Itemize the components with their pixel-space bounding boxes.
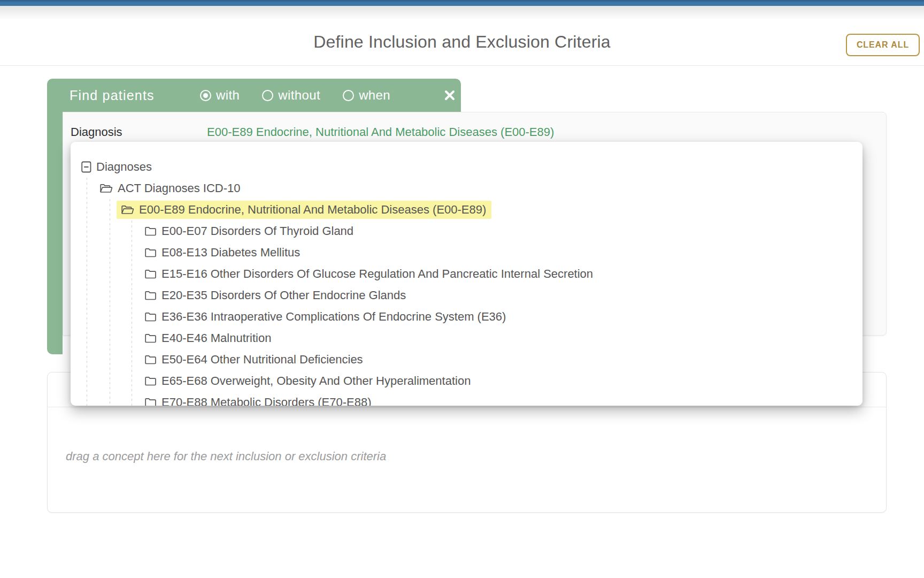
folder-closed-icon xyxy=(144,333,157,344)
radio-label: without xyxy=(278,88,320,103)
tree-item-label[interactable]: E00-E89 Endocrine, Nutritional And Metab… xyxy=(139,203,486,217)
page-title: Define Inclusion and Exclusion Criteria xyxy=(0,32,924,52)
folder-open-icon xyxy=(121,204,134,215)
tree-item-label[interactable]: E20-E35 Disorders Of Other Endocrine Gla… xyxy=(161,288,406,302)
top-shadow xyxy=(0,6,924,20)
find-patients-label: Find patients xyxy=(70,79,155,112)
collapse-minus-icon[interactable] xyxy=(81,161,91,173)
tree-item[interactable]: E40-E46 Malnutrition xyxy=(71,328,863,349)
criterion-type-label: Diagnosis xyxy=(71,125,122,139)
tree-item[interactable]: E20-E35 Disorders Of Other Endocrine Gla… xyxy=(71,285,863,306)
clear-all-button[interactable]: CLEAR ALL xyxy=(846,34,920,56)
tree-item-label[interactable]: Diagnoses xyxy=(96,160,152,174)
tree-item[interactable]: ACT Diagnoses ICD-10 xyxy=(71,178,863,199)
tree-item[interactable]: Diagnoses xyxy=(71,156,863,178)
tree-item[interactable]: E08-E13 Diabetes Mellitus xyxy=(71,242,863,263)
folder-open-icon xyxy=(99,183,113,194)
radio-option-with[interactable]: with xyxy=(200,88,240,103)
criterion-group-header: Find patients withwithoutwhen xyxy=(47,79,461,112)
tree-item-label[interactable]: E65-E68 Overweight, Obesity And Other Hy… xyxy=(161,374,471,388)
tree-item-label[interactable]: E08-E13 Diabetes Mellitus xyxy=(161,246,300,260)
folder-closed-icon xyxy=(144,290,157,301)
tree-item-label[interactable]: E70-E88 Metabolic Disorders (E70-E88) xyxy=(161,396,372,406)
tree-item[interactable]: E70-E88 Metabolic Disorders (E70-E88) xyxy=(71,392,863,406)
close-icon[interactable] xyxy=(444,89,456,101)
radio-label: when xyxy=(359,88,390,103)
folder-closed-icon xyxy=(144,269,157,279)
tree-item-label[interactable]: E15-E16 Other Disorders Of Glucose Regul… xyxy=(161,267,593,281)
folder-closed-icon xyxy=(144,311,157,322)
tree-item[interactable]: E00-E89 Endocrine, Nutritional And Metab… xyxy=(71,199,863,220)
tree-item-label[interactable]: E50-E64 Other Nutritional Deficiencies xyxy=(161,353,363,367)
top-blue-bar xyxy=(0,0,924,6)
radio-unselected-icon[interactable] xyxy=(343,90,354,101)
tree-item-label[interactable]: E40-E46 Malnutrition xyxy=(161,331,271,345)
tree-item[interactable]: E00-E07 Disorders Of Thyroid Gland xyxy=(71,220,863,242)
drop-area-placeholder: drag a concept here for the next inclusi… xyxy=(66,450,386,463)
concept-tree-dropdown: Diagnoses ACT Diagnoses ICD-10 E00-E89 E… xyxy=(71,142,863,406)
radio-unselected-icon[interactable] xyxy=(262,90,273,101)
tree-item-highlight[interactable]: E00-E89 Endocrine, Nutritional And Metab… xyxy=(117,201,491,219)
criterion-concept-link[interactable]: E00-E89 Endocrine, Nutritional And Metab… xyxy=(207,125,554,139)
radio-selected-icon[interactable] xyxy=(200,90,211,101)
tree-item[interactable]: E50-E64 Other Nutritional Deficiencies xyxy=(71,349,863,370)
tree-item[interactable]: E65-E68 Overweight, Obesity And Other Hy… xyxy=(71,370,863,392)
folder-closed-icon xyxy=(144,376,157,386)
concept-tree: Diagnoses ACT Diagnoses ICD-10 E00-E89 E… xyxy=(71,142,863,406)
criterion-mode-radio-group: withwithoutwhen xyxy=(200,79,413,112)
folder-closed-icon xyxy=(144,354,157,365)
folder-closed-icon xyxy=(144,226,157,237)
folder-closed-icon xyxy=(144,247,157,258)
criterion-group-rail xyxy=(47,111,63,354)
tree-item[interactable]: E36-E36 Intraoperative Complications Of … xyxy=(71,306,863,328)
tree-item[interactable]: E15-E16 Other Disorders Of Glucose Regul… xyxy=(71,263,863,285)
radio-label: with xyxy=(216,88,240,103)
tree-item-label[interactable]: E36-E36 Intraoperative Complications Of … xyxy=(161,310,506,324)
tree-item-label[interactable]: ACT Diagnoses ICD-10 xyxy=(118,181,240,195)
drop-area-divider xyxy=(48,407,886,407)
radio-option-when[interactable]: when xyxy=(343,88,390,103)
tree-item-label[interactable]: E00-E07 Disorders Of Thyroid Gland xyxy=(161,224,353,238)
folder-closed-icon xyxy=(144,397,157,406)
radio-option-without[interactable]: without xyxy=(262,88,320,103)
query-builder-page: Define Inclusion and Exclusion Criteria … xyxy=(0,0,924,578)
header-divider xyxy=(0,65,924,66)
